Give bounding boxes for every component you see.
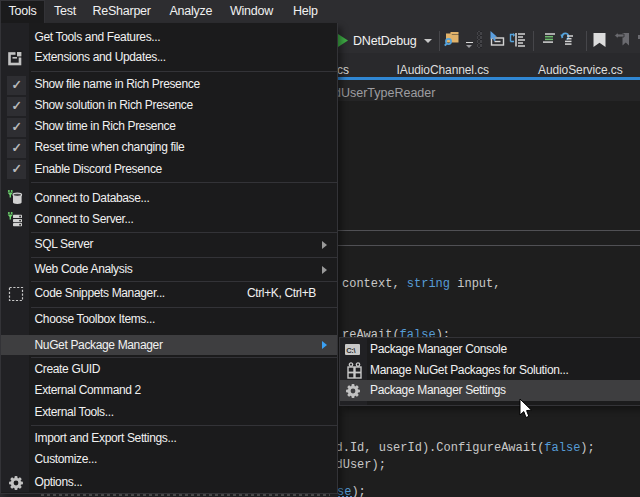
- svg-text:C:\: C:\: [346, 345, 356, 354]
